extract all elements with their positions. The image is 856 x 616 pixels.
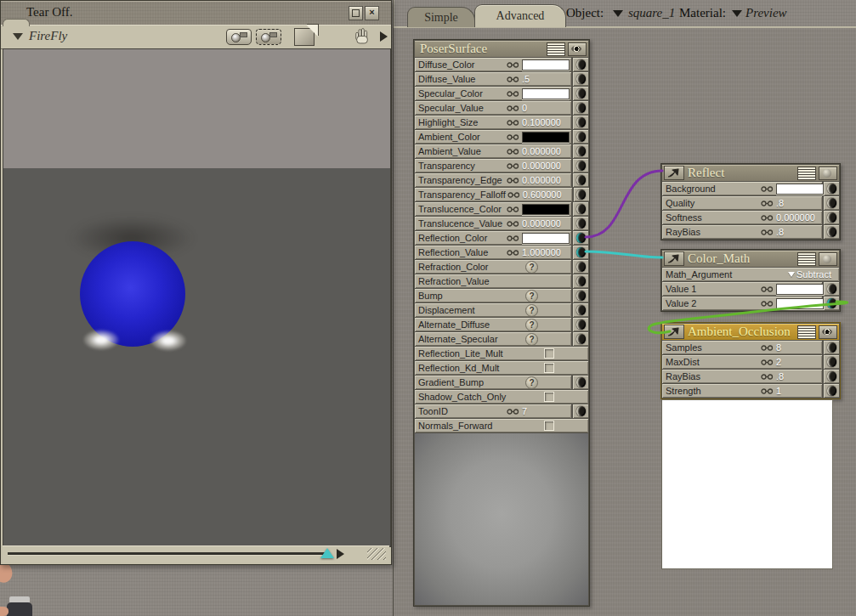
color-swatch[interactable]	[776, 284, 824, 295]
param-value[interactable]: 2	[776, 357, 781, 367]
chain-icon[interactable]	[761, 369, 774, 384]
chain-icon[interactable]	[507, 144, 519, 159]
param-value[interactable]: 0.100000	[522, 117, 561, 127]
chain-icon[interactable]	[507, 115, 519, 130]
param-value[interactable]: .8	[776, 198, 784, 208]
plug-socket[interactable]	[576, 291, 586, 301]
param-value[interactable]: 1	[776, 386, 781, 396]
plug-socket[interactable]	[576, 103, 586, 113]
checkbox[interactable]	[544, 348, 554, 359]
chain-icon[interactable]	[761, 340, 774, 355]
checkbox[interactable]	[544, 363, 554, 373]
chain-icon[interactable]	[761, 195, 774, 211]
plug-socket[interactable]	[576, 305, 586, 315]
node-header[interactable]: Reflect	[662, 165, 839, 181]
plug-socket[interactable]	[576, 377, 586, 387]
hand-icon[interactable]	[354, 27, 369, 48]
param-value[interactable]: 0.000000	[522, 218, 561, 229]
plug-socket[interactable]	[827, 298, 836, 308]
scroll-arrow-icon[interactable]	[337, 549, 344, 559]
plug-socket[interactable]	[827, 284, 836, 294]
eye-icon[interactable]	[568, 42, 587, 56]
tab-advanced[interactable]: Advanced	[474, 4, 566, 27]
plug-socket[interactable]	[576, 247, 586, 257]
chain-icon[interactable]	[507, 230, 519, 246]
list-icon[interactable]	[797, 167, 816, 180]
color-swatch[interactable]	[522, 233, 570, 244]
plug-socket[interactable]	[576, 189, 586, 200]
set-map-button[interactable]: ?	[525, 304, 538, 317]
plug-socket[interactable]	[576, 262, 586, 272]
set-map-button[interactable]: ?	[525, 319, 538, 331]
plug-socket[interactable]	[576, 233, 586, 243]
chain-icon[interactable]	[507, 86, 519, 101]
plug-socket[interactable]	[827, 357, 836, 367]
color-swatch[interactable]	[776, 184, 824, 195]
material-value[interactable]: Preview	[745, 6, 787, 20]
param-value[interactable]: 0.000000	[522, 161, 561, 171]
plug-socket[interactable]	[576, 88, 586, 99]
plug-socket[interactable]	[576, 117, 586, 127]
chain-icon[interactable]	[761, 296, 774, 311]
set-map-button[interactable]: ?	[525, 333, 538, 346]
node-ambient-occlusion[interactable]: Ambient_OcclusionSamples8MaxDist2RayBias…	[660, 322, 841, 399]
color-swatch[interactable]	[776, 298, 824, 309]
node-output-icon[interactable]	[664, 166, 684, 180]
param-value[interactable]: 0.000000	[776, 212, 815, 223]
chain-icon[interactable]	[507, 201, 519, 217]
param-value[interactable]: 1.000000	[522, 247, 561, 257]
chain-icon[interactable]	[507, 158, 519, 173]
list-icon[interactable]	[547, 42, 565, 56]
param-value[interactable]: 0.600000	[523, 189, 562, 200]
node-header[interactable]: Ambient_Occlusion	[662, 324, 839, 340]
plug-socket[interactable]	[576, 276, 586, 286]
plug-socket[interactable]	[576, 204, 586, 214]
color-swatch[interactable]	[522, 88, 570, 99]
plug-socket[interactable]	[576, 406, 586, 416]
plug-socket[interactable]	[827, 386, 836, 396]
plug-socket[interactable]	[827, 342, 836, 353]
param-value[interactable]: 0	[522, 103, 527, 113]
scrollbar-thumb[interactable]	[320, 548, 334, 558]
node-header[interactable]: PoserSurface	[415, 41, 588, 57]
chain-icon[interactable]	[761, 281, 774, 297]
chain-icon[interactable]	[761, 354, 774, 370]
chain-icon[interactable]	[761, 181, 774, 196]
renderer-dropdown[interactable]: FireFly	[13, 29, 67, 43]
plug-socket[interactable]	[827, 184, 836, 194]
node-reflect[interactable]: ReflectBackgroundQuality.8Softness0.0000…	[660, 163, 841, 240]
plug-socket[interactable]	[576, 132, 586, 142]
checkbox[interactable]	[544, 421, 554, 431]
math-argument-dropdown[interactable]: Subtract	[788, 269, 831, 280]
plug-socket[interactable]	[827, 227, 836, 237]
maximize-icon[interactable]	[349, 6, 363, 20]
checkbox[interactable]	[544, 392, 554, 402]
eye-icon[interactable]	[819, 325, 837, 339]
node-posersurface[interactable]: PoserSurfaceDiffuse_ColorDiffuse_Value.5…	[413, 39, 590, 607]
param-value[interactable]: 0.000000	[522, 146, 561, 156]
close-icon[interactable]: ×	[365, 6, 379, 20]
plug-socket[interactable]	[576, 59, 586, 70]
plug-socket[interactable]	[576, 218, 586, 229]
param-value[interactable]: .8	[776, 227, 784, 237]
list-icon[interactable]	[797, 252, 816, 266]
window-titlebar[interactable]: Tear Off. ×	[1, 1, 391, 25]
set-map-button[interactable]: ?	[525, 376, 538, 389]
node-output-icon[interactable]	[664, 251, 684, 266]
camera-icon[interactable]	[226, 29, 252, 45]
chain-icon[interactable]	[507, 71, 519, 87]
node-header[interactable]: Color_Math	[662, 251, 839, 267]
export-render-icon[interactable]	[294, 28, 315, 46]
plug-socket[interactable]	[827, 198, 836, 208]
plug-socket[interactable]	[576, 319, 586, 330]
chain-icon[interactable]	[507, 245, 519, 260]
object-dropdown-icon[interactable]	[613, 10, 623, 17]
chain-icon[interactable]	[761, 210, 774, 225]
chain-icon[interactable]	[507, 129, 519, 144]
param-value[interactable]: 0.000000	[522, 175, 561, 185]
chain-icon[interactable]	[507, 404, 519, 419]
plug-socket[interactable]	[576, 161, 586, 171]
list-icon[interactable]	[797, 325, 816, 339]
param-value[interactable]: 8	[776, 342, 781, 353]
resize-grip[interactable]	[367, 548, 386, 560]
